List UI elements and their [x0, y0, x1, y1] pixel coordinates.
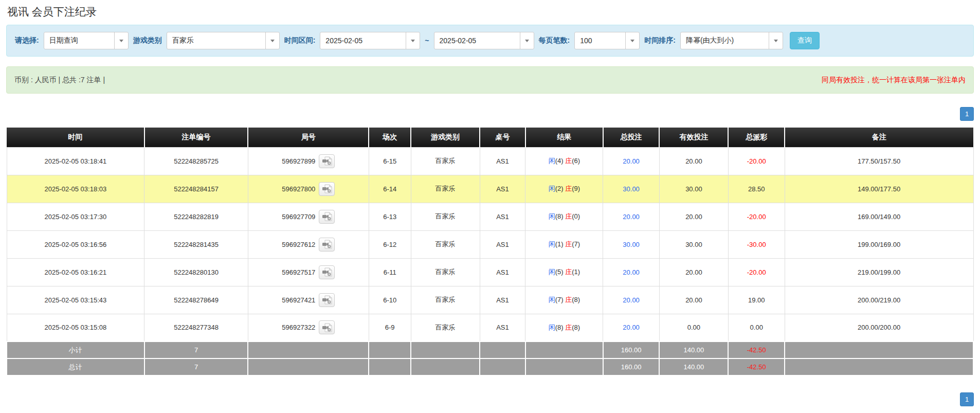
cell-table-no: AS1: [480, 203, 525, 230]
chevron-down-icon: [625, 32, 639, 49]
video-camera-icon: [322, 240, 332, 249]
video-playback-button[interactable]: [319, 265, 335, 279]
video-playback-button[interactable]: [319, 154, 335, 168]
banker-result-score: (8): [572, 296, 580, 303]
cell-result: 闲(4) 庄(6): [525, 147, 603, 175]
round-number: 596927800: [282, 185, 315, 193]
round-number: 596927709: [282, 213, 315, 221]
cell-table-no: AS1: [480, 230, 525, 258]
player-result-score: (4): [555, 157, 566, 165]
footer-count: 7: [144, 342, 248, 358]
cell-payout: -30.00: [728, 230, 785, 258]
cell-table-no: AS1: [480, 314, 525, 342]
video-playback-button[interactable]: [319, 182, 335, 196]
banker-result-label: 庄: [565, 185, 572, 192]
player-result-label: 闲: [549, 296, 555, 303]
cell-time: 2025-02-05 03:15:43: [7, 286, 144, 314]
sort-order-select[interactable]: 降幂(由大到小): [680, 32, 783, 49]
game-type-value: 百家乐: [167, 36, 265, 45]
cell-payout: -20.00: [728, 258, 785, 286]
cell-remark: 169.00/149.00: [785, 203, 973, 230]
cell-session: 6-10: [369, 286, 411, 314]
column-header: 结果: [525, 128, 603, 147]
chevron-down-icon: [769, 32, 783, 49]
column-header: 场次: [369, 128, 411, 147]
total-bet-link[interactable]: 20.00: [623, 324, 640, 331]
table-row: 2025-02-05 03:15:43522248278649596927421…: [7, 286, 973, 314]
cell-game-type: 百家乐: [411, 286, 480, 314]
total-bet-link[interactable]: 20.00: [623, 268, 640, 276]
page-size-select[interactable]: 100: [574, 32, 640, 49]
total-bet-link[interactable]: 30.00: [623, 241, 640, 248]
date-from-value: 2025-02-05: [320, 37, 406, 45]
footer-empty: [480, 358, 525, 375]
column-header: 局号: [248, 128, 369, 147]
cell-remark: 200.00/200.00: [785, 314, 973, 342]
cell-session: 6-13: [369, 203, 411, 230]
cell-bet-id: 522248284157: [144, 175, 248, 203]
round-number: 596927322: [282, 324, 315, 331]
footer-label: 小计: [7, 342, 144, 358]
cell-total-bet: 20.00: [603, 314, 660, 342]
footer-valid-bet: 140.00: [659, 358, 728, 375]
total-bet-link[interactable]: 20.00: [623, 296, 640, 304]
game-type-select[interactable]: 百家乐: [167, 32, 280, 49]
footer-label: 总计: [7, 358, 144, 375]
cell-bet-id: 522248280130: [144, 258, 248, 286]
column-header: 桌号: [480, 128, 525, 147]
footer-payout: -42.50: [728, 358, 785, 375]
banker-result-score: (6): [572, 157, 580, 165]
game-type-label: 游戏类别: [133, 36, 162, 45]
cell-session: 6-11: [369, 258, 411, 286]
table-body: 2025-02-05 03:18:41522248285725596927899…: [7, 147, 973, 342]
cell-round-id: 596927421: [248, 286, 369, 314]
footer-empty: [369, 342, 411, 358]
video-playback-button[interactable]: [319, 320, 335, 334]
table-row: 2025-02-05 03:17:30522248282819596927709…: [7, 203, 973, 230]
total-bet-link[interactable]: 30.00: [623, 185, 640, 193]
page-1-button[interactable]: 1: [960, 392, 974, 406]
date-to-select[interactable]: 2025-02-05: [434, 32, 534, 49]
table-row: 2025-02-05 03:18:03522248284157596927800…: [7, 175, 973, 203]
footer-empty: [525, 342, 603, 358]
video-playback-button[interactable]: [319, 210, 335, 224]
banker-result-score: (8): [572, 324, 580, 331]
footer-empty: [369, 358, 411, 375]
date-from-select[interactable]: 2025-02-05: [320, 32, 420, 49]
cell-round-id: 596927899: [248, 147, 369, 175]
sort-order-label: 时间排序:: [644, 36, 676, 45]
round-number: 596927421: [282, 296, 315, 304]
page-1-button[interactable]: 1: [960, 107, 974, 121]
footer-empty: [411, 358, 480, 375]
player-result-label: 闲: [549, 212, 555, 220]
video-playback-button[interactable]: [319, 238, 335, 252]
cell-valid-bet: 20.00: [659, 203, 728, 230]
banker-result-score: (9): [572, 185, 580, 192]
cell-result: 闲(8) 庄(8): [525, 314, 603, 342]
video-camera-icon: [322, 295, 332, 304]
page-size-value: 100: [575, 37, 625, 45]
round-number: 596927517: [282, 268, 315, 276]
cell-time: 2025-02-05 03:15:08: [7, 314, 144, 342]
cell-table-no: AS1: [480, 258, 525, 286]
cell-game-type: 百家乐: [411, 230, 480, 258]
cell-total-bet: 20.00: [603, 147, 660, 175]
cell-result: 闲(7) 庄(8): [525, 286, 603, 314]
total-bet-link[interactable]: 20.00: [623, 213, 640, 221]
column-header: 注单编号: [144, 128, 248, 147]
cell-valid-bet: 20.00: [659, 286, 728, 314]
chevron-down-icon: [265, 32, 279, 49]
summary-bar: 币别 : 人民币 | 总共 :7 注单 | 同局有效投注，统一计算在该局第一张注…: [6, 66, 974, 94]
round-number: 596927899: [282, 157, 315, 165]
query-type-select[interactable]: 日期查询: [44, 32, 129, 49]
video-playback-button[interactable]: [319, 293, 335, 307]
cell-game-type: 百家乐: [411, 147, 480, 175]
chevron-down-icon: [114, 32, 128, 49]
total-bet-link[interactable]: 20.00: [623, 157, 640, 165]
cell-time: 2025-02-05 03:16:21: [7, 258, 144, 286]
cell-valid-bet: 30.00: [659, 175, 728, 203]
cell-session: 6-15: [369, 147, 411, 175]
round-number: 596927612: [282, 241, 315, 248]
cell-valid-bet: 20.00: [659, 258, 728, 286]
search-button[interactable]: 查询: [790, 32, 820, 49]
